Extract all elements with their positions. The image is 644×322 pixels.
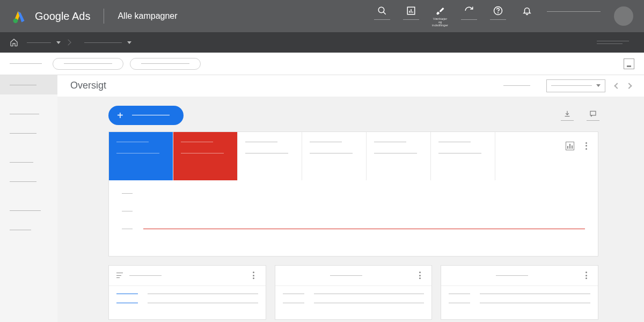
- search-icon[interactable]: [377, 5, 387, 16]
- top-bar: Google Ads Alle kampagner Værktøjer og i…: [0, 0, 644, 32]
- feedback-icon[interactable]: [588, 110, 598, 121]
- new-campaign-button[interactable]: +: [108, 106, 184, 125]
- refresh-icon[interactable]: [464, 5, 474, 16]
- filter-pill-1[interactable]: [53, 58, 123, 70]
- breadcrumb-level-1[interactable]: [27, 41, 61, 44]
- svg-rect-10: [590, 111, 596, 115]
- main: Oversigt +: [57, 75, 644, 322]
- metric-card-1[interactable]: [109, 132, 173, 180]
- page-header: Oversigt: [57, 75, 644, 97]
- more-icon[interactable]: [250, 271, 258, 280]
- sub-bar-right[interactable]: [597, 41, 629, 44]
- sidebar-item[interactable]: [0, 104, 57, 123]
- svg-line-2: [383, 12, 386, 14]
- metrics-panel: [108, 131, 598, 257]
- chevron-down-icon: [127, 41, 131, 44]
- metric-card-2[interactable]: [173, 132, 238, 180]
- home-icon[interactable]: [10, 38, 18, 47]
- next-icon[interactable]: [626, 83, 632, 89]
- sidebar-item[interactable]: [0, 123, 57, 143]
- save-view-icon[interactable]: [624, 58, 634, 69]
- chevron-down-icon: [56, 41, 61, 44]
- svg-point-1: [378, 7, 384, 13]
- sidebar-item[interactable]: [0, 201, 57, 220]
- sort-icon[interactable]: [116, 273, 123, 278]
- chart-series-line: [143, 229, 585, 229]
- content: +: [57, 97, 644, 322]
- sidebar-item[interactable]: [0, 152, 57, 172]
- prev-icon[interactable]: [614, 83, 620, 89]
- plus-icon: +: [117, 110, 123, 121]
- avatar[interactable]: [614, 6, 633, 26]
- app-name: Google Ads: [35, 10, 90, 23]
- sidebar-item-overview[interactable]: [0, 75, 57, 94]
- sidebar: [0, 75, 57, 322]
- svg-point-0: [13, 18, 18, 23]
- svg-point-8: [498, 12, 499, 13]
- account-label[interactable]: [547, 11, 601, 12]
- metric-card-4[interactable]: [302, 132, 367, 180]
- page-context[interactable]: Alle kampagner: [118, 11, 177, 21]
- sidebar-item[interactable]: [0, 172, 57, 191]
- metric-card-3[interactable]: [238, 132, 302, 180]
- notifications-icon[interactable]: [522, 5, 532, 16]
- reports-icon[interactable]: [406, 5, 416, 16]
- chart-area: [109, 180, 598, 256]
- metric-card-6[interactable]: [431, 132, 495, 180]
- top-icons: Værktøjer og indstillinger: [373, 5, 536, 27]
- download-icon[interactable]: [562, 110, 573, 121]
- help-icon[interactable]: [493, 5, 503, 16]
- metric-card-5[interactable]: [367, 132, 431, 180]
- more-icon[interactable]: [415, 271, 424, 280]
- page-title: Oversigt: [70, 80, 106, 91]
- filter-bar: [0, 53, 644, 75]
- sidebar-item[interactable]: [0, 220, 57, 239]
- more-icon[interactable]: [582, 142, 590, 150]
- filter-label: [10, 63, 42, 64]
- filter-pill-2[interactable]: [130, 58, 201, 70]
- breadcrumb-bar: [0, 32, 644, 53]
- divider: [104, 9, 104, 24]
- summary-card-1: [108, 265, 266, 320]
- date-range-select[interactable]: [546, 79, 605, 92]
- google-ads-logo-icon: [11, 8, 27, 24]
- more-icon[interactable]: [582, 271, 590, 280]
- chart-icon[interactable]: [566, 142, 574, 150]
- chevron-right-icon: [65, 39, 71, 45]
- header-label: [503, 85, 530, 86]
- summary-card-2: [275, 265, 433, 320]
- breadcrumb-level-2[interactable]: [84, 41, 131, 44]
- tools-icon[interactable]: [435, 5, 445, 16]
- summary-card-3: [441, 265, 598, 320]
- tools-label: Værktøjer og indstillinger: [431, 17, 449, 27]
- svg-rect-9: [627, 65, 631, 67]
- chevron-down-icon: [596, 84, 601, 87]
